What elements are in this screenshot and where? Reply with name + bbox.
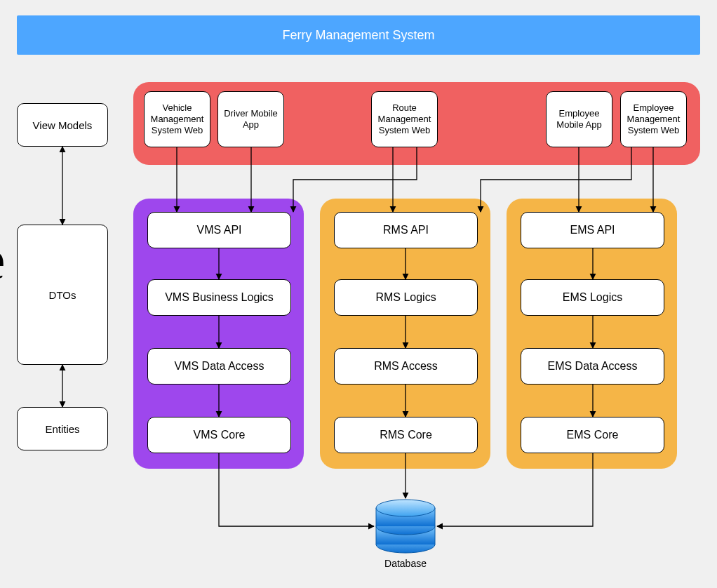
vms-logic-label: VMS Business Logics	[165, 291, 274, 304]
ems-logic-label: EMS Logics	[563, 291, 622, 304]
ems-data-box: EMS Data Access	[521, 348, 664, 385]
employee-web-box: Employee Management System Web	[620, 91, 687, 147]
employee-app-box: Employee Mobile App	[546, 91, 612, 147]
ems-core-label: EMS Core	[567, 429, 619, 441]
view-models-box: View Models	[17, 103, 108, 147]
view-models-label: View Models	[33, 119, 93, 131]
vehicle-web-label: Vehicle Management System Web	[147, 102, 207, 137]
route-web-label: Route Management System Web	[375, 102, 434, 137]
route-web-box: Route Management System Web	[371, 91, 438, 147]
dtos-label: DTOs	[49, 289, 76, 301]
svg-point-8	[376, 500, 435, 516]
vms-data-box: VMS Data Access	[147, 348, 291, 385]
ems-core-box: EMS Core	[521, 417, 664, 453]
ems-api-label: EMS API	[570, 224, 615, 236]
title-banner: Ferry Management System	[17, 15, 700, 55]
ems-logic-box: EMS Logics	[521, 279, 664, 316]
title-text: Ferry Management System	[282, 28, 434, 43]
rms-core-label: RMS Core	[380, 429, 432, 441]
rms-core-box: RMS Core	[334, 417, 478, 453]
employee-web-label: Employee Management System Web	[624, 102, 683, 137]
driver-app-box: Driver Mobile App	[217, 91, 284, 147]
entities-box: Entities	[17, 407, 108, 450]
vms-data-label: VMS Data Access	[174, 360, 264, 373]
rms-logic-label: RMS Logics	[375, 291, 436, 304]
rms-api-label: RMS API	[383, 224, 429, 236]
driver-app-label: Driver Mobile App	[221, 108, 281, 131]
ems-api-box: EMS API	[521, 212, 664, 248]
entities-label: Entities	[45, 423, 79, 435]
ems-data-label: EMS Data Access	[547, 360, 637, 373]
database-label: Database	[384, 558, 427, 569]
partial-letter: e	[0, 228, 6, 292]
vms-core-label: VMS Core	[194, 429, 246, 441]
vms-api-box: VMS API	[147, 212, 291, 248]
rms-data-label: RMS Access	[374, 360, 438, 373]
rms-data-box: RMS Access	[334, 348, 478, 385]
dtos-box: DTOs	[17, 225, 108, 365]
rms-api-box: RMS API	[334, 212, 478, 248]
vms-logic-box: VMS Business Logics	[147, 279, 291, 316]
rms-logic-box: RMS Logics	[334, 279, 478, 316]
vehicle-web-box: Vehicle Management System Web	[144, 91, 210, 147]
vms-core-box: VMS Core	[147, 417, 291, 453]
database-icon	[374, 498, 437, 554]
vms-api-label: VMS API	[196, 224, 241, 236]
employee-app-label: Employee Mobile App	[549, 108, 609, 131]
